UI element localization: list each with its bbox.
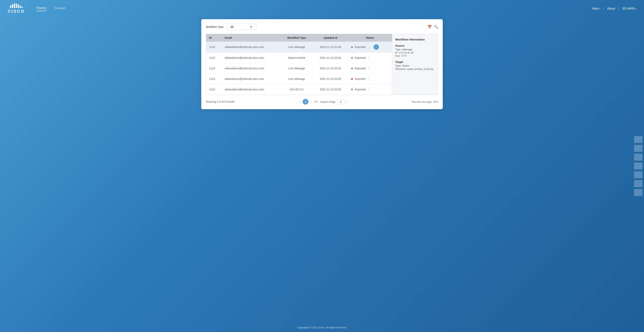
status-text: Exported — [355, 67, 366, 70]
table-row[interactable]: 1115 sdwandemo@external.cisco.com Sastre… — [206, 53, 392, 63]
info-source-ip: IP: 172.19.47.26 — [395, 51, 435, 54]
right-panel-7 — [634, 189, 642, 196]
pagination-bar: Showing 1-5 of 5 results ‹ 1 › OR Jump t… — [206, 99, 438, 105]
workflow-type-select[interactable]: All Live vManage Sastre Archive IOS-XE C… — [226, 24, 257, 30]
footer: Copyrights © 2021 Cisco. All rights rese… — [0, 323, 644, 332]
header-right: Help ▾ | About | SD-WAN ▾ — [592, 7, 636, 10]
right-panel-5 — [634, 171, 642, 178]
row-menu-icon[interactable]: ⋮ — [366, 66, 372, 71]
row-actions: ⋮ — [366, 76, 372, 81]
jump-to-label: Jump to Page — [320, 100, 336, 103]
info-source-port: Port: 7777 — [395, 55, 435, 57]
records-label: Records per page — [412, 100, 432, 103]
status-dot-icon — [351, 89, 353, 90]
workflow-type-label: Workflow Type: — [206, 25, 224, 28]
pagination-info: Showing 1-5 of 5 results — [206, 100, 234, 103]
row-actions: ⋮ — [366, 66, 372, 71]
filter-icons: 📅 🔍 — [428, 25, 438, 29]
cell-workflow-type: Live vManage — [280, 42, 313, 53]
jump-to-page: Jump to Page ▾ — [320, 99, 347, 104]
cell-email: sdwandemo@external.cisco.com — [222, 74, 280, 84]
right-panel-4 — [634, 162, 642, 170]
table-row[interactable]: 1112 sdwandemo@external.cisco.com IOS-XE… — [206, 84, 392, 95]
status-dot-icon — [351, 46, 353, 48]
right-panel-2 — [634, 145, 642, 152]
records-per-page: Records per page 25 ▾ — [412, 100, 438, 103]
row-menu-icon[interactable]: ⋮ — [366, 55, 372, 60]
status-text: Exported — [355, 88, 366, 91]
info-panel: Workflow Information Source Type: vManag… — [392, 34, 438, 95]
or-text: OR — [314, 100, 318, 103]
col-email: Email — [222, 34, 280, 42]
jump-dropdown-icon[interactable]: ▾ — [346, 100, 347, 103]
cell-email: sdwandemo@external.cisco.com — [222, 63, 280, 74]
cell-workflow-type: Live vManage — [280, 63, 313, 74]
main-content: Workflow Type: All Live vManage Sastre A… — [0, 17, 644, 323]
table-row[interactable]: 1113 sdwandemo@external.cisco.com Live v… — [206, 74, 392, 84]
nav-convert[interactable]: Convert — [54, 6, 66, 11]
current-page-number[interactable]: 1 — [303, 99, 308, 105]
info-source-block: Source Type: vManage IP: 172.19.47.26 Po… — [395, 44, 435, 57]
cell-status: Exported ⋮ — [348, 84, 392, 95]
records-value: 25 — [433, 100, 436, 103]
cell-status: Exported ⋮ — [348, 53, 392, 63]
info-target-type: Type: Sastre — [395, 64, 435, 67]
row-menu-icon[interactable]: ⋮ — [366, 45, 372, 50]
col-workflow-type: Workflow Type — [280, 34, 313, 42]
row-actions: ⋮ — [366, 55, 372, 60]
cell-email: sdwandemo@external.cisco.com — [222, 53, 280, 63]
table-body: 1116 sdwandemo@external.cisco.com Live v… — [206, 42, 392, 95]
status-dot-icon — [351, 68, 353, 69]
row-menu-icon[interactable]: ⋮ — [366, 87, 372, 92]
table-row[interactable]: 1114 sdwandemo@external.cisco.com Live v… — [206, 63, 392, 74]
calendar-icon[interactable]: 📅 — [428, 25, 432, 29]
help-button[interactable]: Help ▾ — [592, 7, 600, 10]
cell-id: 1115 — [206, 53, 222, 63]
info-target-title: Target — [395, 60, 435, 64]
col-id: ID — [206, 34, 222, 42]
nav-history[interactable]: History — [36, 6, 46, 11]
table-row[interactable]: 1116 sdwandemo@external.cisco.com Live v… — [206, 42, 392, 53]
table-info-wrapper: ID Email Workflow Type Updated at Status… — [206, 34, 438, 95]
cisco-logo-text: CISCO — [8, 9, 25, 14]
workflow-type-dropdown[interactable]: All Live vManage Sastre Archive IOS-XE C… — [230, 25, 252, 29]
cell-updated-at: 2021-11-13 20:28 — [313, 74, 348, 84]
status-text: Exported — [355, 56, 366, 59]
cell-workflow-type: IOS-XE CLI — [280, 84, 313, 95]
cell-email: sdwandemo@external.cisco.com — [222, 84, 280, 95]
right-panel-6 — [634, 180, 642, 187]
status-dot-icon — [351, 78, 353, 80]
cell-updated-at: 2021-11-13 20:28 — [313, 84, 348, 95]
table-header-row: ID Email Workflow Type Updated at Status — [206, 34, 392, 42]
about-button[interactable]: About — [607, 7, 615, 10]
row-arrow-button[interactable]: › — [374, 44, 379, 50]
cell-id: 1113 — [206, 74, 222, 84]
cell-status: Imported ⋮ — [348, 74, 392, 84]
info-target-filename: Filename: sastre-archive_1116.zip — [395, 68, 435, 70]
info-source-type: Type: vManage — [395, 48, 435, 51]
row-menu-icon[interactable]: ⋮ — [366, 76, 372, 81]
right-panel-1 — [634, 136, 642, 143]
col-status: Status — [348, 34, 392, 42]
right-panels — [632, 0, 644, 332]
cisco-logo-bars — [10, 4, 22, 8]
records-per-page-dropdown[interactable]: 25 ▾ — [433, 100, 438, 103]
prev-page-button[interactable]: ‹ — [300, 100, 300, 103]
logo-area: CISCO — [8, 4, 25, 14]
main-nav: History Convert — [36, 6, 66, 11]
info-target-block: Target Type: Sastre Filename: sastre-arc… — [395, 60, 435, 70]
status-dot-icon — [351, 57, 353, 59]
search-icon[interactable]: 🔍 — [434, 25, 438, 29]
filter-bar: Workflow Type: All Live vManage Sastre A… — [206, 24, 438, 30]
jump-page-input[interactable] — [337, 99, 344, 104]
next-page-button[interactable]: › — [311, 100, 312, 103]
separator: | — [603, 7, 604, 10]
cell-workflow-type: Live vManage — [280, 74, 313, 84]
cell-updated-at: 2021-11-13 20:34 — [313, 53, 348, 63]
table-container: ID Email Workflow Type Updated at Status… — [206, 34, 392, 95]
row-actions: ⋮ › — [366, 44, 379, 50]
separator2: | — [618, 7, 619, 10]
status-text: Imported — [355, 77, 365, 80]
pagination-controls: ‹ 1 › OR Jump to Page ▾ — [234, 99, 412, 105]
workflows-table: ID Email Workflow Type Updated at Status… — [206, 34, 392, 95]
